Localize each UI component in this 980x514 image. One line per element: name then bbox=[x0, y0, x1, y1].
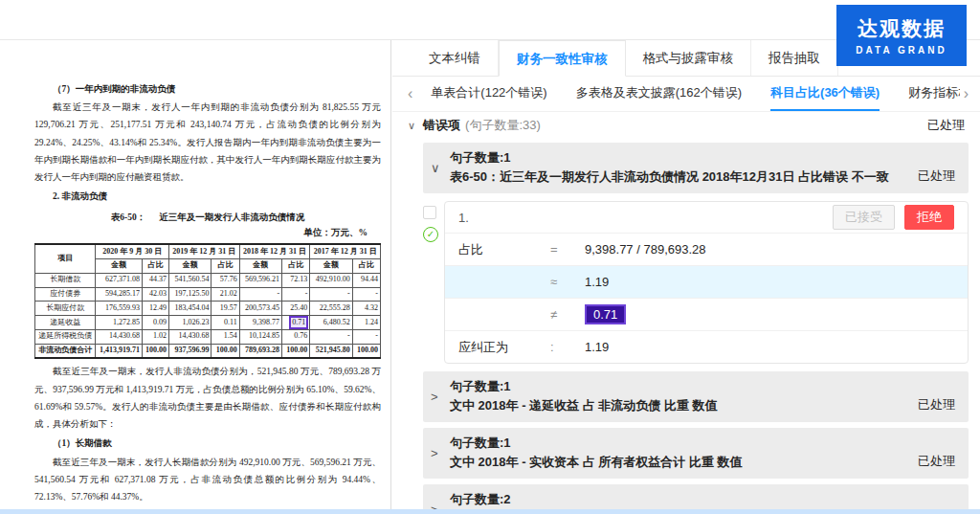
cell-value: - bbox=[352, 287, 380, 302]
table-650: 项目2020 年 9 月 30 日2019 年 12 月 31 日2018 年 … bbox=[34, 243, 381, 359]
subtab-prev-icon[interactable]: ‹ bbox=[404, 85, 416, 102]
col-ratio-header: 占比 bbox=[143, 258, 169, 273]
col-amount-header: 金额 bbox=[169, 258, 212, 273]
cell-value: 789,693.28 bbox=[239, 344, 281, 358]
cell-value: 12.49 bbox=[143, 302, 169, 316]
subtab-2[interactable]: 科目占比(36个错误) bbox=[770, 77, 880, 111]
error-item-status: 已处理 bbox=[918, 453, 955, 472]
detail-row-operator: ≠ bbox=[550, 307, 585, 322]
detail-gutter: ✓ bbox=[423, 201, 444, 364]
error-group-title: 错误项 bbox=[423, 117, 460, 134]
detail-row-operator: = bbox=[550, 242, 585, 257]
detail-row-label: 应纠正为 bbox=[458, 339, 550, 356]
cell-value: 594,285.17 bbox=[96, 287, 143, 302]
subtab-0[interactable]: 单表合计(122个错误) bbox=[431, 77, 546, 111]
highlighted-value: 0.71 bbox=[585, 304, 626, 324]
cell-value: 176,559.93 bbox=[96, 302, 143, 316]
cell-value: 44.37 bbox=[143, 273, 169, 287]
cell-value: 1.24 bbox=[352, 316, 380, 330]
cell-value: 94.44 bbox=[352, 273, 380, 287]
error-list: ∨ 句子数量:1 表6-50：近三年及一期发行人非流动负债情况 2018年12月… bbox=[392, 139, 980, 514]
reject-button[interactable]: 拒绝 bbox=[904, 205, 954, 230]
detail-row-value: 9,398.77 / 789,693.28 bbox=[585, 242, 706, 257]
doc-heading-2: 2. 非流动负债 bbox=[34, 188, 381, 205]
cell-value: 627,371.08 bbox=[96, 273, 143, 287]
error-group-status: 已处理 bbox=[927, 117, 965, 134]
collapsed-items: >句子数量:1文中 2018年 - 递延收益 占 非流动负债 比重 数值已处理>… bbox=[423, 371, 969, 514]
cell-value: 197,125.50 bbox=[169, 287, 212, 302]
col-period-header: 2018 年 12 月 31 日 bbox=[239, 244, 310, 258]
tab-3[interactable]: 报告抽取 bbox=[751, 40, 838, 76]
sub-tabs: ‹ 单表合计(122个错误)多表格及表文披露(162个错误)科目占比(36个错误… bbox=[392, 77, 980, 112]
horizontal-scrollbar[interactable] bbox=[0, 509, 980, 514]
chevron-down-icon: ∨ bbox=[431, 148, 450, 187]
detail-row-operator: : bbox=[550, 340, 585, 354]
error-item-status: 已处理 bbox=[918, 168, 955, 187]
error-item-count: 句子数量:2 bbox=[450, 490, 918, 509]
row-name: 长期应付款 bbox=[35, 302, 96, 316]
detail-row-0: 占比=9,398.77 / 789,693.28 bbox=[445, 233, 968, 265]
detail-index: 1. bbox=[458, 211, 469, 225]
cell-value: 541,560.54 bbox=[169, 273, 212, 287]
cell-value: 4.32 bbox=[352, 302, 380, 316]
cell-value: 1.02 bbox=[143, 329, 169, 344]
subtab-next-icon[interactable]: › bbox=[960, 85, 972, 102]
error-item-expanded[interactable]: ∨ 句子数量:1 表6-50：近三年及一期发行人非流动负债情况 2018年12月… bbox=[423, 143, 969, 193]
cell-value: - bbox=[239, 287, 281, 302]
chevron-right-icon: > bbox=[431, 434, 450, 472]
cell-value: - bbox=[310, 287, 352, 302]
cell-value: 1,272.85 bbox=[96, 316, 143, 330]
detail-row-2: ≠0.71 bbox=[445, 298, 968, 330]
table-row: 递延所得税负债14,430.681.0214,430.681.5410,124.… bbox=[35, 329, 381, 344]
tab-0[interactable]: 文本纠错 bbox=[412, 40, 499, 76]
col-period-header: 2017 年 12 月 31 日 bbox=[310, 244, 381, 258]
col-ratio-header: 占比 bbox=[212, 258, 239, 273]
error-item-desc: 表6-50：近三年及一期发行人非流动负债情况 2018年12月31日 占比错误 … bbox=[450, 168, 918, 187]
subtab-3[interactable]: 财务指标核算 bbox=[908, 77, 960, 111]
brand-name-cn: 达观数据 bbox=[858, 15, 946, 42]
brand-logo: 达观数据 DATA GRAND bbox=[836, 5, 967, 66]
subtab-items: 单表合计(122个错误)多表格及表文披露(162个错误)科目占比(36个错误)财… bbox=[416, 77, 959, 111]
row-name: 长期借款 bbox=[35, 273, 96, 287]
cell-value: 0.09 bbox=[143, 316, 169, 330]
doc-heading-7: （7）一年内到期的非流动负债 bbox=[34, 80, 381, 98]
cell-value: 14,430.68 bbox=[169, 329, 212, 344]
row-name: 递延收益 bbox=[35, 316, 96, 330]
col-item-header: 项目 bbox=[35, 244, 96, 273]
detail-card-header: 1. 已接受 拒绝 bbox=[445, 202, 968, 233]
error-item-status: 已处理 bbox=[918, 396, 955, 415]
error-group-count: (句子数量:33) bbox=[465, 117, 541, 134]
cell-value: 183,454.04 bbox=[169, 302, 212, 316]
detail-row-1: ≈1.19 bbox=[445, 265, 968, 298]
cell-value: 492,910.00 bbox=[310, 273, 352, 287]
error-item-collapsed-0[interactable]: >句子数量:1文中 2018年 - 递延收益 占 非流动负债 比重 数值已处理 bbox=[423, 371, 969, 422]
table-650-caption: 近三年及一期发行人非流动负债情况 bbox=[159, 212, 304, 222]
cell-value: 42.03 bbox=[143, 287, 169, 302]
detail-card: 1. 已接受 拒绝 占比=9,398.77 / 789,693.28≈1.19≠… bbox=[444, 201, 969, 364]
error-item-desc: 文中 2018年 - 递延收益 占 非流动负债 比重 数值 bbox=[450, 396, 918, 415]
document-viewer[interactable]: （7）一年内到期的非流动负债 截至近三年及一期末，发行人一年内到期的非流动负债分… bbox=[0, 40, 391, 514]
table-650-label: 表6-50： bbox=[111, 212, 145, 222]
row-name: 非流动负债合计 bbox=[35, 344, 96, 358]
detail-row-value: 1.19 bbox=[585, 340, 609, 354]
cell-value: 0.11 bbox=[212, 316, 239, 330]
table-row: 长期应付款176,559.9312.49183,454.0419.57200,5… bbox=[35, 302, 381, 316]
accept-button[interactable]: 已接受 bbox=[833, 205, 895, 230]
tab-1[interactable]: 财务一致性审核 bbox=[499, 40, 626, 77]
error-group-header[interactable]: ∨ 错误项 (句子数量:33) 已处理 bbox=[392, 112, 980, 139]
cell-value: 72.13 bbox=[282, 273, 310, 287]
checkbox[interactable] bbox=[423, 206, 436, 219]
highlighted-cell[interactable]: 0.71 bbox=[289, 316, 308, 330]
col-ratio-header: 占比 bbox=[352, 258, 380, 273]
error-item-collapsed-1[interactable]: >句子数量:1文中 2018年 - 实收资本 占 所有者权益合计 比重 数值已处… bbox=[423, 428, 969, 479]
cell-value: - bbox=[282, 287, 310, 302]
review-panel: 文本纠错财务一致性审核格式与披露审核报告抽取 ‹ 单表合计(122个错误)多表格… bbox=[392, 40, 980, 514]
cell-value: 1,026.23 bbox=[169, 316, 212, 330]
top-header bbox=[0, 0, 980, 40]
error-item-count: 句子数量:1 bbox=[450, 434, 918, 453]
tab-2[interactable]: 格式与披露审核 bbox=[626, 40, 752, 76]
table-650-unit: 单位：万元、% bbox=[34, 224, 381, 241]
doc-paragraph-1: 截至近三年及一期末，发行人一年内到期的非流动负债分别为 81,825.55 万元… bbox=[34, 99, 381, 186]
cell-value: 9,398.77 bbox=[239, 316, 281, 330]
subtab-1[interactable]: 多表格及表文披露(162个错误) bbox=[576, 77, 742, 111]
